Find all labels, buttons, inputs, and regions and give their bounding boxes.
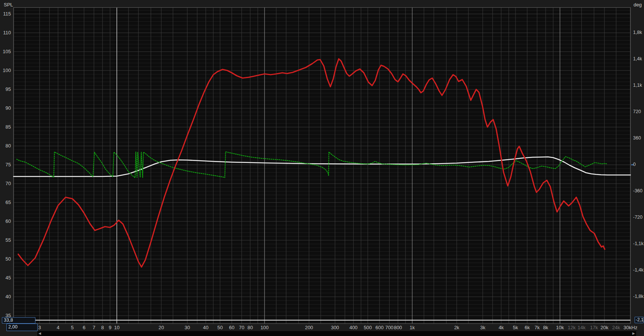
x-axis-label: 10k [556, 325, 564, 330]
right-axis-label: 0 [633, 162, 644, 167]
left-axis-label: 70 [0, 181, 11, 186]
left-axis-min-input[interactable]: 33,8 [2, 317, 35, 324]
x-axis-label: 600 [375, 325, 384, 330]
horizontal-scrollbar[interactable]: ◀ ▶ [37, 331, 636, 336]
x-axis-label: 30 [185, 325, 190, 330]
right-axis-min-input[interactable]: -2,1 [635, 317, 644, 323]
x-axis-label: 700 [385, 325, 393, 330]
x-axis-label: 17k [590, 325, 598, 330]
x-axis-label: 3 [38, 325, 41, 330]
x-axis-label: 9 [109, 325, 111, 330]
left-axis-label: 100 [0, 68, 11, 73]
left-axis-label: 60 [0, 218, 11, 224]
x-axis-label: 14k [578, 325, 586, 330]
right-axis-label: -360 [633, 188, 644, 193]
x-axis-label: 2k [454, 325, 459, 330]
left-axis-label: 45 [0, 275, 11, 281]
x-axis-label: 4 [57, 325, 59, 330]
x-axis-label: 800 [394, 325, 402, 330]
x-axis-label: 100 [260, 325, 269, 330]
x-axis-label: 70 [239, 325, 244, 330]
x-axis-label: 80 [248, 325, 253, 330]
x-axis-label: 5 [71, 325, 73, 330]
x-axis-label: 20 [159, 325, 164, 330]
x-axis-label: 300 [331, 325, 339, 330]
x-axis-label: 12k [568, 325, 576, 330]
right-axis-label: 720 [633, 109, 644, 114]
x-axis-label: 500 [364, 325, 372, 330]
scrollbar-track[interactable] [42, 331, 631, 336]
left-axis-label: 85 [0, 124, 11, 130]
plot-area[interactable] [14, 8, 630, 324]
x-axis-label: 10 [114, 325, 119, 330]
left-axis-label: 65 [0, 199, 11, 205]
x-axis-label: 400 [349, 325, 358, 330]
x-axis-label: 50 [217, 325, 223, 330]
x-axis-label: 40 [203, 325, 208, 330]
left-axis-label: 90 [0, 105, 11, 111]
scroll-right-icon[interactable]: ▶ [631, 331, 636, 336]
left-axis-label: 75 [0, 162, 11, 167]
right-axis-label: 1,1k [633, 83, 644, 88]
x-axis-label: 6k [525, 325, 530, 330]
x-axis-label: 7k [534, 325, 540, 330]
right-axis-label: -1,1k [633, 241, 644, 246]
frequency-response-chart[interactable] [0, 0, 644, 331]
right-axis-label: -1,4k [633, 267, 644, 273]
left-axis-label: 80 [0, 143, 11, 149]
x-axis-label: 20k [601, 325, 609, 330]
right-axis-label: 360 [633, 135, 644, 141]
right-axis-label: 1,8k [633, 30, 644, 35]
x-axis-label: 3k [480, 325, 485, 330]
spl-graph-panel: SPL deg 11511010510095908580757065605550… [0, 0, 644, 336]
x-axis-label: 5k [513, 325, 518, 330]
left-axis-label: 110 [0, 30, 11, 35]
scroll-left-icon[interactable]: ◀ [37, 331, 42, 336]
x-axis-label: 4k [499, 325, 504, 330]
x-axis-label: 24k [612, 325, 620, 330]
x-axis-min-input[interactable]: 2,00 [6, 324, 38, 331]
left-axis-label: 95 [0, 86, 11, 92]
right-axis-label: -1,8k [633, 294, 644, 299]
x-axis-label: 8 [101, 325, 104, 330]
x-axis-label: 1k [410, 325, 415, 330]
x-axis-label: 8k [543, 325, 548, 330]
x-axis-label: 6 [83, 325, 85, 330]
left-axis-label: 40 [0, 294, 11, 299]
left-axis-label: 115 [0, 11, 11, 17]
x-axis-label: 200 [305, 325, 313, 330]
x-axis-label: 30kHz [624, 325, 638, 330]
left-axis-label: 105 [0, 49, 11, 54]
left-axis-label: 55 [0, 237, 11, 243]
left-axis-label: 50 [0, 256, 11, 262]
right-axis-label: 1,4k [633, 56, 644, 61]
x-axis-label: 7 [93, 325, 95, 330]
right-axis-label: -720 [633, 215, 644, 220]
x-axis-label: 60 [229, 325, 234, 330]
